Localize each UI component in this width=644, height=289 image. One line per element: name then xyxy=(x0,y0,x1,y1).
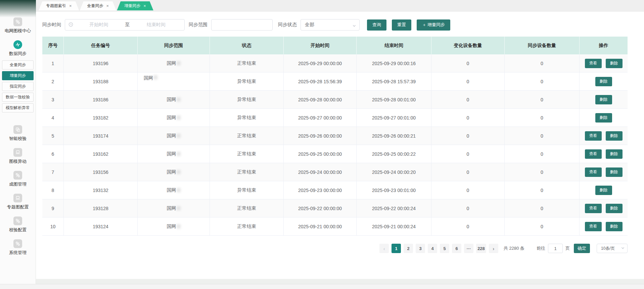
sidebar-submenu: 全量同步 增量同步 指定同步 数据一致校验 模型解析异常 xyxy=(0,60,36,112)
view-button[interactable]: 查看 xyxy=(585,59,602,68)
search-button[interactable]: 查询 xyxy=(367,19,386,31)
close-icon[interactable]: × xyxy=(69,4,72,8)
page-number[interactable]: 5 xyxy=(440,244,449,253)
cell-actions: 查看 删除 xyxy=(580,127,628,145)
sidebar-item-grid-model-center[interactable]: 电网图模中心 xyxy=(0,0,36,34)
cell-status: 正常结束 xyxy=(210,54,284,72)
submenu-item-data-consistency-check[interactable]: 数据一致校验 xyxy=(2,93,34,102)
page-number[interactable]: 228 xyxy=(476,244,486,253)
cell-synced-count: 0 xyxy=(505,54,580,72)
cell-index: 2 xyxy=(42,73,64,90)
cell-scope: 国网 xyxy=(138,109,210,127)
cell-index: 1 xyxy=(42,54,64,72)
sidebar-item-thematic-map-config[interactable]: 专题图配置 xyxy=(0,194,36,210)
sidebar-item-data-sync[interactable]: 数据同步 xyxy=(0,40,36,56)
sidebar-item-smart-check[interactable]: 智能校验 xyxy=(0,125,36,141)
scope-text: 国网 xyxy=(167,133,176,139)
cell-end-time: 2025-09-24 00:00:20 xyxy=(357,163,431,181)
plus-icon: ＋ xyxy=(422,22,426,27)
col-end-time: 结束时间 xyxy=(357,37,431,54)
cell-end-time: 2025-09-29 00:00:16 xyxy=(357,54,431,72)
next-page-icon[interactable]: › xyxy=(489,244,498,253)
cell-synced-count: 0 xyxy=(505,163,580,181)
cell-changed-count: 0 xyxy=(431,127,505,145)
confirm-button[interactable]: 确定 xyxy=(574,244,590,253)
sidebar-item-check-config[interactable]: 校验配置 xyxy=(0,216,36,233)
delete-button[interactable]: 删除 xyxy=(606,149,623,159)
delete-button[interactable]: 删除 xyxy=(606,222,623,231)
reset-button[interactable]: 重置 xyxy=(392,19,411,31)
delete-button[interactable]: 删除 xyxy=(595,95,612,104)
submenu-item-incremental-sync[interactable]: 增量同步 xyxy=(2,71,34,80)
prev-page-icon[interactable]: ‹ xyxy=(379,244,389,253)
submenu-item-model-parse-error[interactable]: 模型解析异常 xyxy=(2,103,34,112)
page-number[interactable]: 2 xyxy=(404,244,413,253)
delete-button[interactable]: 删除 xyxy=(606,204,623,213)
close-icon[interactable]: × xyxy=(106,4,109,8)
cell-actions: 查看 删除 xyxy=(580,163,628,181)
filter-bar: 同步时间 开始时间 至 结束时间 同步范围 同步状态 全部 xyxy=(42,19,644,31)
delete-button[interactable]: 删除 xyxy=(606,131,623,141)
horizontal-scrollbar[interactable] xyxy=(0,284,644,289)
cell-scope: 国网 xyxy=(138,127,210,145)
submenu-item-specified-sync[interactable]: 指定同步 xyxy=(2,82,34,91)
tab-incremental-sync[interactable]: 增量同步 × xyxy=(117,1,153,10)
redacted-text xyxy=(177,206,181,210)
view-button[interactable]: 查看 xyxy=(585,204,602,213)
tab-thematic-map-index[interactable]: 专题图索引 × xyxy=(39,1,79,10)
page-number[interactable]: 4 xyxy=(428,244,437,253)
submenu-item-full-sync[interactable]: 全量同步 xyxy=(2,60,34,69)
scope-text: 国网 xyxy=(167,187,176,193)
more-pages-icon[interactable]: ··· xyxy=(464,244,473,253)
cell-task-id: 193156 xyxy=(64,163,138,181)
cell-actions: 删除 xyxy=(580,109,628,127)
scope-text: 国网 xyxy=(167,60,176,66)
page-size-value: 10条/页 xyxy=(601,246,615,251)
add-incremental-sync-button[interactable]: ＋增量同步 xyxy=(417,19,450,31)
cell-actions: 查看 删除 xyxy=(580,218,628,235)
delete-button[interactable]: 删除 xyxy=(595,186,612,195)
page-number[interactable]: 6 xyxy=(452,244,461,253)
cell-end-time: 2025-09-26 00:00:21 xyxy=(357,127,431,145)
date-range-picker[interactable]: 开始时间 至 结束时间 xyxy=(65,19,185,31)
table-row: 9 193128 国网 正常结束 2025-09-22 00:00:00 202… xyxy=(42,199,628,218)
data-sync-icon xyxy=(13,40,22,49)
cell-end-time: 2025-09-22 00:00:24 xyxy=(357,199,431,217)
sidebar-item-system-management[interactable]: 系统管理 xyxy=(0,239,36,255)
tab-full-sync[interactable]: 全量同步 × xyxy=(80,1,117,10)
cell-synced-count: 0 xyxy=(505,91,580,108)
delete-button[interactable]: 删除 xyxy=(606,167,623,177)
delete-button[interactable]: 删除 xyxy=(595,77,612,86)
tab-bar: 专题图索引 × 全量同步 × 增量同步 × xyxy=(36,0,644,12)
cell-start-time: 2025-09-24 00:00:00 xyxy=(284,163,357,181)
view-button[interactable]: 查看 xyxy=(585,131,602,141)
table-row: 10 193124 国网 正常结束 2025-09-21 00:00:00 20… xyxy=(42,218,628,236)
sidebar-item-diagram-management[interactable]: 成图管理 xyxy=(0,171,36,187)
redacted-text xyxy=(177,134,181,138)
smart-check-icon xyxy=(13,125,22,134)
redacted-text xyxy=(177,188,181,192)
page-number[interactable]: 3 xyxy=(416,244,425,253)
cell-status: 正常结束 xyxy=(210,163,284,181)
delete-button[interactable]: 删除 xyxy=(606,59,623,68)
sync-status-select[interactable]: 全部 xyxy=(301,19,360,31)
sidebar-item-label: 数据同步 xyxy=(0,51,36,56)
total-count: 共 2280 条 xyxy=(504,245,524,251)
sync-scope-input[interactable] xyxy=(211,19,273,31)
selected-status: 全部 xyxy=(305,22,353,28)
sidebar-item-label: 成图管理 xyxy=(0,182,36,187)
jump-page-input[interactable] xyxy=(548,244,563,253)
page-size-select[interactable]: 10条/页 xyxy=(597,244,628,253)
view-button[interactable]: 查看 xyxy=(585,167,602,177)
table-row: 2 193188 国网 异常结束 2025-09-28 15:56:39 202… xyxy=(42,73,628,91)
sidebar-item-model-change[interactable]: 图模异动 xyxy=(0,148,36,164)
cell-start-time: 2025-09-25 00:00:00 xyxy=(284,145,357,163)
sidebar-item-label: 智能校验 xyxy=(0,136,36,141)
close-icon[interactable]: × xyxy=(143,4,146,8)
cell-start-time: 2025-09-28 00:00:00 xyxy=(284,91,357,108)
view-button[interactable]: 查看 xyxy=(585,222,602,231)
cell-scope: 国网 xyxy=(138,54,210,72)
delete-button[interactable]: 删除 xyxy=(595,113,612,123)
view-button[interactable]: 查看 xyxy=(585,149,602,159)
page-number[interactable]: 1 xyxy=(392,244,401,253)
